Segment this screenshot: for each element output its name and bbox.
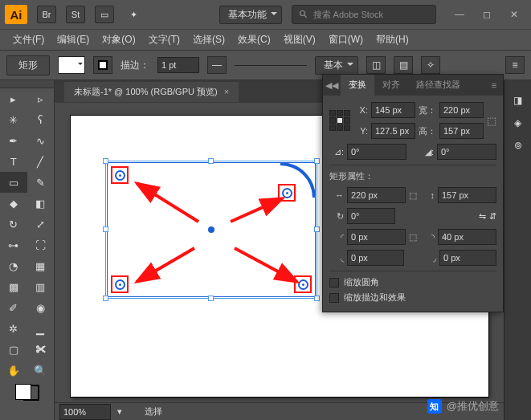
paintbrush-tool[interactable]: ✎ — [27, 172, 55, 193]
right-dock: ◨ ◈ ⊚ — [504, 80, 531, 420]
rect-angle-field[interactable]: 0° — [347, 208, 395, 224]
line-tool[interactable]: ╱ — [27, 151, 55, 172]
mesh-tool[interactable]: ▩ — [0, 276, 27, 297]
y-field[interactable]: 127.5 px — [371, 123, 415, 139]
slice-tool[interactable]: ✀ — [27, 339, 55, 360]
free-transform-tool[interactable]: ⛶ — [27, 234, 55, 255]
link-corners-icon[interactable]: ⬚ — [409, 232, 417, 243]
close-tab-icon[interactable]: × — [224, 87, 229, 96]
svg-line-5 — [235, 248, 297, 282]
brush-preview[interactable] — [235, 65, 307, 66]
menu-effect[interactable]: 效果(C) — [233, 31, 276, 48]
corner-bl-field[interactable]: 0 px — [347, 250, 404, 266]
transform-icon[interactable]: ✧ — [421, 56, 440, 74]
menu-select[interactable]: 选择(S) — [188, 31, 230, 48]
fill-stroke-control[interactable] — [15, 384, 39, 401]
curvature-tool[interactable]: ∿ — [27, 130, 55, 151]
direct-selection-tool[interactable]: ▹ — [27, 88, 55, 109]
w-field[interactable]: 220 px — [439, 102, 484, 118]
h-field[interactable]: 157 px — [439, 123, 484, 139]
rectangle-tool[interactable]: ▭ — [0, 172, 27, 193]
angle-field[interactable]: 0° — [347, 144, 406, 160]
maximize-button[interactable]: ◻ — [475, 6, 499, 22]
svg-line-3 — [231, 198, 283, 222]
scale-tool[interactable]: ⤢ — [27, 214, 55, 234]
eraser-tool[interactable]: ◧ — [27, 193, 55, 214]
graph-tool[interactable]: ▁ — [27, 318, 55, 339]
search-stock[interactable]: 搜索 Adobe Stock — [292, 5, 436, 24]
minimize-button[interactable]: — — [447, 6, 472, 22]
symbol-sprayer-tool[interactable]: ✲ — [0, 318, 27, 339]
shaper-tool[interactable]: ◆ — [0, 193, 27, 214]
flip-h-icon[interactable]: ⇋ — [479, 211, 486, 222]
tab-align[interactable]: 对齐 — [374, 75, 408, 96]
graphic-style[interactable]: 基本 — [315, 56, 358, 75]
rect-h-field[interactable]: 157 px — [438, 187, 496, 203]
gpu-icon[interactable]: ✦ — [124, 6, 143, 23]
eyedropper-tool[interactable]: ✐ — [0, 297, 27, 318]
close-button[interactable]: ✕ — [502, 6, 526, 22]
properties-icon[interactable]: ◨ — [513, 95, 522, 106]
magic-wand-tool[interactable]: ✳ — [0, 109, 27, 130]
menu-window[interactable]: 窗口(W) — [324, 31, 368, 48]
corner-tr-field[interactable]: 40 px — [438, 229, 496, 245]
lasso-tool[interactable]: ʕ — [27, 109, 55, 130]
link-rect-icon[interactable]: ⬚ — [409, 190, 417, 201]
menu-type[interactable]: 文字(T) — [144, 31, 185, 48]
menu-file[interactable]: 文件(F) — [8, 31, 49, 48]
width-tool[interactable]: ⊶ — [0, 234, 27, 255]
menu-edit[interactable]: 编辑(E) — [52, 31, 94, 48]
blend-tool[interactable]: ◉ — [27, 297, 55, 318]
rotate-tool[interactable]: ↻ — [0, 214, 27, 234]
scale-corners-checkbox[interactable]: 缩放圆角 — [329, 276, 496, 288]
tab-transform[interactable]: 变换 — [341, 75, 374, 96]
panel-dock-icon[interactable]: ◀◀ — [323, 75, 341, 96]
scale-strokes-checkbox[interactable]: 缩放描边和效果 — [329, 292, 496, 304]
corner-widget-tl[interactable] — [111, 166, 129, 184]
hand-tool[interactable]: ✋ — [0, 360, 27, 381]
selection-tool[interactable]: ▸ — [0, 88, 27, 109]
stock-icon[interactable]: St — [66, 6, 85, 23]
arrange-icon[interactable]: ▭ — [95, 6, 114, 23]
menu-object[interactable]: 对象(O) — [97, 31, 140, 48]
bridge-icon[interactable]: Br — [37, 6, 56, 23]
libraries-icon[interactable]: ◈ — [514, 117, 521, 128]
more-options-icon[interactable]: ≡ — [505, 56, 525, 74]
rect-w-field[interactable]: 220 px — [347, 187, 406, 203]
link-wh-icon[interactable]: ⬚ — [487, 115, 496, 127]
corner-widget-bl[interactable] — [111, 275, 129, 293]
menu-help[interactable]: 帮助(H) — [371, 31, 414, 48]
corner-widget-tr[interactable] — [278, 184, 296, 202]
zoom-field[interactable]: 100% — [59, 404, 111, 420]
search-icon — [299, 10, 308, 19]
shear-field[interactable]: 0° — [437, 144, 496, 160]
document-tab[interactable]: 未标题-1* @ 100% (RGB/GPU 预览)× — [64, 82, 239, 102]
stroke-weight[interactable]: 1 pt — [157, 57, 199, 73]
reference-point[interactable] — [329, 110, 350, 131]
type-tool[interactable]: T — [0, 151, 27, 172]
menu-view[interactable]: 视图(V) — [279, 31, 321, 48]
zoom-tool[interactable]: 🔍 — [27, 360, 55, 381]
pen-tool[interactable]: ✒ — [0, 130, 27, 151]
title-bar: Ai Br St ▭ ✦ 基本功能 搜索 Adobe Stock — ◻ ✕ — [0, 0, 531, 29]
corner-br-field[interactable]: 0 px — [439, 250, 496, 266]
stroke-profile[interactable]: — — [207, 56, 227, 74]
tab-pathfinder[interactable]: 路径查找器 — [408, 75, 468, 96]
artboard-tool[interactable]: ▢ — [0, 339, 27, 360]
opacity-icon[interactable]: ◫ — [366, 56, 386, 74]
flip-v-icon[interactable]: ⇵ — [489, 211, 496, 222]
x-field[interactable]: 145 px — [371, 102, 415, 118]
align-icon[interactable]: ▤ — [394, 56, 413, 74]
center-point — [208, 226, 214, 233]
perspective-tool[interactable]: ▦ — [27, 255, 55, 276]
corner-tl-field[interactable]: 0 px — [347, 229, 406, 245]
cc-icon[interactable]: ⊚ — [514, 140, 522, 151]
corner-widget-br[interactable] — [294, 275, 312, 293]
shape-builder-tool[interactable]: ◔ — [0, 255, 27, 276]
shape-label: 矩形 — [6, 55, 50, 75]
panel-menu-icon[interactable]: ≡ — [485, 75, 503, 96]
fill-swatch[interactable] — [58, 56, 85, 74]
workspace-switcher[interactable]: 基本功能 — [219, 6, 282, 24]
gradient-tool[interactable]: ▥ — [27, 276, 55, 297]
stroke-swatch[interactable] — [93, 56, 112, 74]
